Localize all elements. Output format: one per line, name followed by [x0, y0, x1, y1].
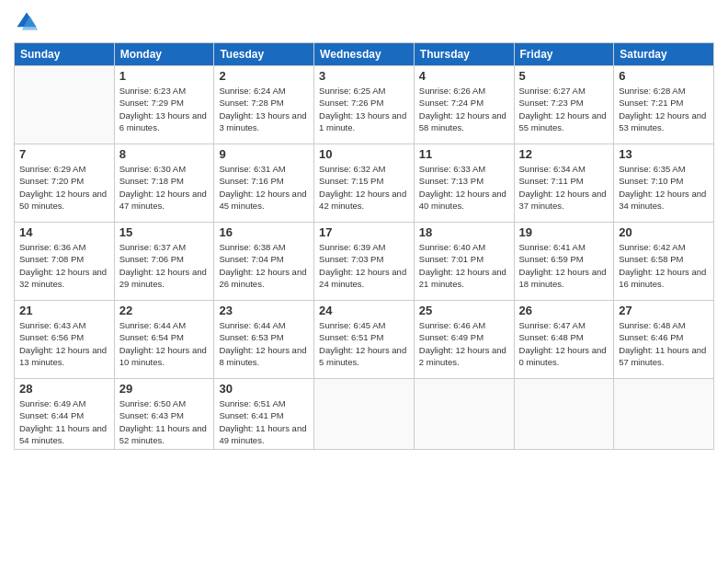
day-info: Sunrise: 6:31 AM Sunset: 7:16 PM Dayligh… [219, 163, 309, 212]
day-number: 7 [19, 147, 109, 161]
calendar-cell: 7 Sunrise: 6:29 AM Sunset: 7:20 PM Dayli… [15, 144, 115, 223]
day-info: Sunrise: 6:37 AM Sunset: 7:06 PM Dayligh… [119, 241, 210, 290]
day-number: 20 [619, 225, 709, 239]
day-number: 11 [419, 147, 509, 161]
header-thursday: Thursday [414, 43, 514, 66]
calendar-cell: 30 Sunrise: 6:51 AM Sunset: 6:41 PM Dayl… [214, 379, 314, 450]
calendar-cell: 3 Sunrise: 6:25 AM Sunset: 7:26 PM Dayli… [314, 66, 415, 144]
header-monday: Monday [114, 43, 214, 66]
calendar-cell [614, 379, 714, 450]
calendar-cell: 26 Sunrise: 6:47 AM Sunset: 6:48 PM Dayl… [514, 301, 614, 379]
calendar-cell: 23 Sunrise: 6:44 AM Sunset: 6:53 PM Dayl… [214, 301, 314, 379]
calendar-cell: 18 Sunrise: 6:40 AM Sunset: 7:01 PM Dayl… [414, 223, 514, 301]
weekday-header-row: Sunday Monday Tuesday Wednesday Thursday… [15, 43, 714, 66]
day-number: 22 [119, 304, 210, 317]
calendar-cell: 17 Sunrise: 6:39 AM Sunset: 7:03 PM Dayl… [314, 223, 415, 301]
day-number: 17 [319, 225, 409, 239]
day-info: Sunrise: 6:49 AM Sunset: 6:44 PM Dayligh… [19, 397, 109, 446]
day-number: 1 [119, 69, 210, 83]
day-info: Sunrise: 6:51 AM Sunset: 6:41 PM Dayligh… [219, 397, 309, 446]
calendar-cell: 28 Sunrise: 6:49 AM Sunset: 6:44 PM Dayl… [15, 379, 115, 450]
day-number: 18 [419, 225, 509, 239]
day-info: Sunrise: 6:27 AM Sunset: 7:23 PM Dayligh… [519, 85, 609, 133]
day-info: Sunrise: 6:40 AM Sunset: 7:01 PM Dayligh… [419, 241, 509, 290]
logo [14, 9, 43, 35]
calendar-cell: 21 Sunrise: 6:43 AM Sunset: 6:56 PM Dayl… [15, 301, 115, 379]
day-info: Sunrise: 6:38 AM Sunset: 7:04 PM Dayligh… [219, 241, 309, 290]
day-info: Sunrise: 6:48 AM Sunset: 6:46 PM Dayligh… [619, 319, 709, 368]
header-wednesday: Wednesday [314, 43, 415, 66]
day-info: Sunrise: 6:28 AM Sunset: 7:21 PM Dayligh… [619, 85, 709, 133]
day-number: 12 [519, 147, 609, 161]
day-number: 9 [219, 147, 309, 161]
page: Sunday Monday Tuesday Wednesday Thursday… [0, 0, 728, 563]
calendar-cell: 5 Sunrise: 6:27 AM Sunset: 7:23 PM Dayli… [514, 66, 614, 144]
header-tuesday: Tuesday [214, 43, 314, 66]
day-info: Sunrise: 6:34 AM Sunset: 7:11 PM Dayligh… [519, 163, 609, 212]
calendar-cell [15, 66, 115, 144]
header [14, 9, 714, 35]
calendar-cell [414, 379, 514, 450]
calendar-cell: 10 Sunrise: 6:32 AM Sunset: 7:15 PM Dayl… [314, 144, 415, 223]
calendar-cell: 13 Sunrise: 6:35 AM Sunset: 7:10 PM Dayl… [614, 144, 714, 223]
day-number: 21 [19, 304, 109, 317]
calendar-cell: 29 Sunrise: 6:50 AM Sunset: 6:43 PM Dayl… [114, 379, 214, 450]
calendar-cell: 12 Sunrise: 6:34 AM Sunset: 7:11 PM Dayl… [514, 144, 614, 223]
day-info: Sunrise: 6:45 AM Sunset: 6:51 PM Dayligh… [319, 319, 409, 368]
calendar-cell: 22 Sunrise: 6:44 AM Sunset: 6:54 PM Dayl… [114, 301, 214, 379]
day-info: Sunrise: 6:35 AM Sunset: 7:10 PM Dayligh… [619, 163, 709, 212]
day-number: 4 [419, 69, 509, 83]
header-sunday: Sunday [15, 43, 115, 66]
calendar-cell: 9 Sunrise: 6:31 AM Sunset: 7:16 PM Dayli… [214, 144, 314, 223]
calendar-cell [514, 379, 614, 450]
day-number: 13 [619, 147, 709, 161]
day-info: Sunrise: 6:44 AM Sunset: 6:54 PM Dayligh… [119, 319, 210, 368]
day-info: Sunrise: 6:33 AM Sunset: 7:13 PM Dayligh… [419, 163, 509, 212]
day-number: 5 [519, 69, 609, 83]
day-number: 14 [19, 225, 109, 239]
day-info: Sunrise: 6:26 AM Sunset: 7:24 PM Dayligh… [419, 85, 509, 133]
day-info: Sunrise: 6:32 AM Sunset: 7:15 PM Dayligh… [319, 163, 409, 212]
day-number: 23 [219, 304, 309, 317]
day-number: 16 [219, 225, 309, 239]
day-number: 29 [119, 382, 210, 396]
day-info: Sunrise: 6:50 AM Sunset: 6:43 PM Dayligh… [119, 397, 210, 446]
day-info: Sunrise: 6:30 AM Sunset: 7:18 PM Dayligh… [119, 163, 210, 212]
calendar-cell: 11 Sunrise: 6:33 AM Sunset: 7:13 PM Dayl… [414, 144, 514, 223]
day-info: Sunrise: 6:36 AM Sunset: 7:08 PM Dayligh… [19, 241, 109, 290]
day-number: 2 [219, 69, 309, 83]
day-number: 26 [519, 304, 609, 317]
calendar-cell: 24 Sunrise: 6:45 AM Sunset: 6:51 PM Dayl… [314, 301, 415, 379]
day-number: 19 [519, 225, 609, 239]
day-info: Sunrise: 6:25 AM Sunset: 7:26 PM Dayligh… [319, 85, 409, 133]
calendar-cell: 4 Sunrise: 6:26 AM Sunset: 7:24 PM Dayli… [414, 66, 514, 144]
day-info: Sunrise: 6:39 AM Sunset: 7:03 PM Dayligh… [319, 241, 409, 290]
day-number: 3 [319, 69, 409, 83]
day-number: 15 [119, 225, 210, 239]
day-number: 24 [319, 304, 409, 317]
day-info: Sunrise: 6:44 AM Sunset: 6:53 PM Dayligh… [219, 319, 309, 368]
calendar-table: Sunday Monday Tuesday Wednesday Thursday… [14, 42, 714, 450]
calendar-cell: 1 Sunrise: 6:23 AM Sunset: 7:29 PM Dayli… [114, 66, 214, 144]
day-number: 25 [419, 304, 509, 317]
day-info: Sunrise: 6:24 AM Sunset: 7:28 PM Dayligh… [219, 85, 309, 133]
day-info: Sunrise: 6:41 AM Sunset: 6:59 PM Dayligh… [519, 241, 609, 290]
calendar-cell: 25 Sunrise: 6:46 AM Sunset: 6:49 PM Dayl… [414, 301, 514, 379]
calendar-cell: 15 Sunrise: 6:37 AM Sunset: 7:06 PM Dayl… [114, 223, 214, 301]
day-info: Sunrise: 6:47 AM Sunset: 6:48 PM Dayligh… [519, 319, 609, 368]
header-saturday: Saturday [614, 43, 714, 66]
day-number: 30 [219, 382, 309, 396]
day-number: 27 [619, 304, 709, 317]
calendar-cell: 19 Sunrise: 6:41 AM Sunset: 6:59 PM Dayl… [514, 223, 614, 301]
calendar-cell: 16 Sunrise: 6:38 AM Sunset: 7:04 PM Dayl… [214, 223, 314, 301]
calendar-cell: 6 Sunrise: 6:28 AM Sunset: 7:21 PM Dayli… [614, 66, 714, 144]
calendar-cell: 8 Sunrise: 6:30 AM Sunset: 7:18 PM Dayli… [114, 144, 214, 223]
day-number: 8 [119, 147, 210, 161]
day-number: 6 [619, 69, 709, 83]
day-info: Sunrise: 6:23 AM Sunset: 7:29 PM Dayligh… [119, 85, 210, 133]
day-number: 10 [319, 147, 409, 161]
day-info: Sunrise: 6:46 AM Sunset: 6:49 PM Dayligh… [419, 319, 509, 368]
day-info: Sunrise: 6:42 AM Sunset: 6:58 PM Dayligh… [619, 241, 709, 290]
calendar-cell: 27 Sunrise: 6:48 AM Sunset: 6:46 PM Dayl… [614, 301, 714, 379]
calendar-cell [314, 379, 415, 450]
